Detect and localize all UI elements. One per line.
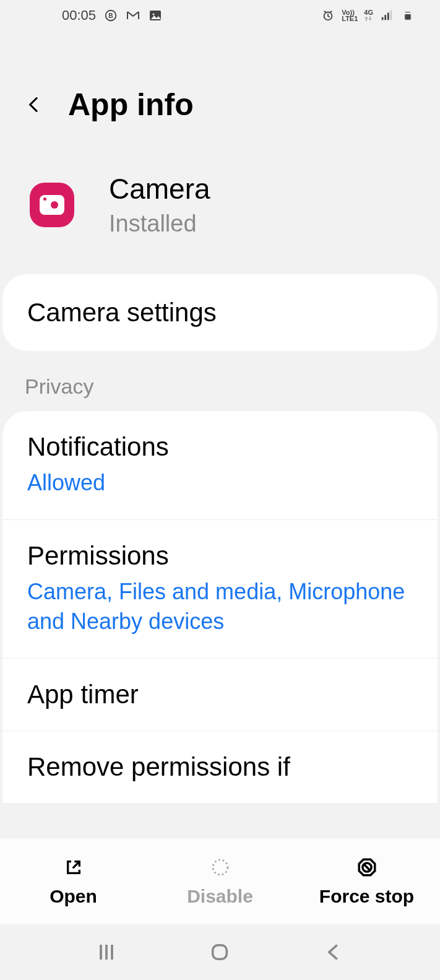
camera-app-icon (30, 183, 74, 227)
disable-button: Disable (147, 838, 293, 924)
svg-rect-6 (384, 15, 386, 20)
remove-permissions-row[interactable]: Remove permissions if (2, 731, 438, 803)
svg-rect-7 (387, 12, 389, 20)
bottom-action-bar: Open Disable Force stop (0, 838, 440, 924)
app-header: Camera Installed (0, 147, 440, 274)
camera-settings-label: Camera settings (27, 298, 413, 327)
app-timer-row[interactable]: App timer (2, 659, 438, 731)
app-install-status: Installed (109, 210, 210, 237)
battery-icon (400, 8, 415, 23)
system-nav-bar (0, 924, 440, 980)
back-button[interactable] (25, 95, 43, 114)
svg-text:B: B (108, 12, 113, 19)
force-stop-label: Force stop (319, 886, 414, 907)
status-bar: 00:05 B Vo)) LTE1 4G (0, 0, 440, 31)
force-stop-icon (356, 856, 378, 878)
disable-icon (209, 856, 231, 878)
signal-icon (379, 8, 394, 23)
recents-button[interactable] (94, 940, 119, 965)
privacy-card: Notifications Allowed Permissions Camera… (2, 411, 438, 803)
svg-point-3 (153, 14, 155, 15)
status-right: Vo)) LTE1 4G (321, 8, 415, 23)
remove-permissions-title: Remove permissions if (27, 752, 413, 782)
svg-rect-14 (213, 945, 227, 960)
network-4g: 4G (364, 9, 373, 22)
privacy-section-label: Privacy (0, 362, 440, 411)
permissions-title: Permissions (27, 541, 413, 571)
badge-b-icon: B (103, 8, 118, 23)
photo-icon (148, 8, 163, 23)
svg-point-12 (213, 860, 228, 875)
camera-settings-row[interactable]: Camera settings (2, 274, 438, 351)
svg-rect-5 (382, 17, 384, 20)
permissions-row[interactable]: Permissions Camera, Files and media, Mic… (2, 520, 438, 659)
home-button[interactable] (207, 940, 232, 965)
open-button[interactable]: Open (0, 838, 147, 924)
open-label: Open (50, 886, 97, 907)
volte-indicator: Vo)) LTE1 (342, 9, 358, 22)
app-timer-title: App timer (27, 680, 413, 709)
svg-rect-11 (405, 14, 410, 20)
page-title: App info (68, 87, 194, 123)
alarm-icon (321, 8, 335, 23)
notifications-title: Notifications (27, 432, 413, 462)
permissions-value: Camera, Files and media, Microphone and … (27, 577, 413, 637)
force-stop-button[interactable]: Force stop (293, 838, 440, 924)
gmail-icon (126, 8, 140, 23)
notifications-value: Allowed (27, 468, 413, 498)
back-nav-button[interactable] (321, 940, 346, 965)
status-time: 00:05 (62, 7, 96, 24)
svg-rect-8 (390, 11, 392, 20)
disable-label: Disable (187, 886, 253, 907)
app-name: Camera (109, 172, 210, 206)
open-icon (63, 856, 85, 878)
page-header: App info (0, 31, 440, 147)
notifications-row[interactable]: Notifications Allowed (2, 411, 438, 520)
status-left: 00:05 B (62, 7, 163, 24)
